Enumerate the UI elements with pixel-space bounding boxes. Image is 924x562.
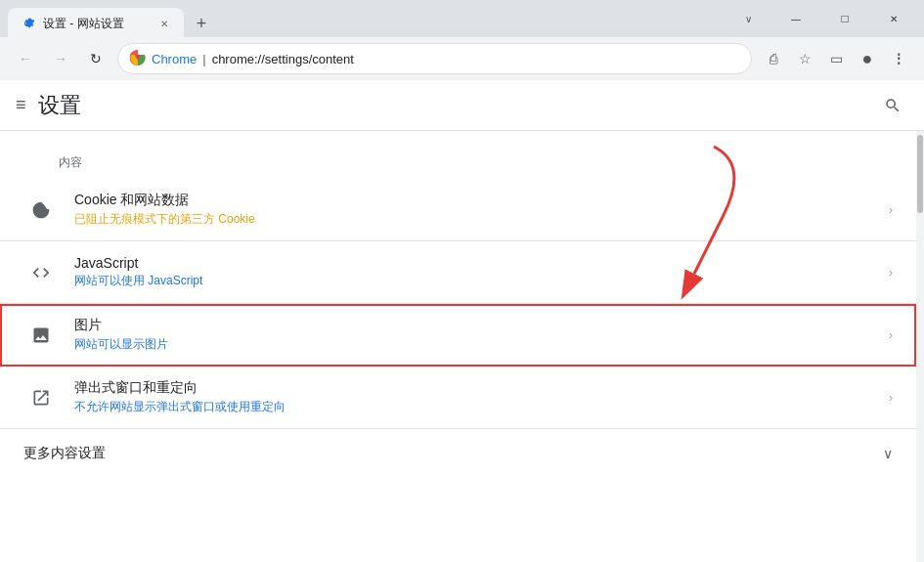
cookies-title: Cookie 和网站数据 — [74, 192, 881, 209]
popups-text: 弹出式窗口和重定向 不允许网站显示弹出式窗口或使用重定向 — [74, 379, 881, 415]
address-actions: ⎙ ☆ ▭ ● ⋮ — [760, 45, 912, 72]
settings-item-javascript[interactable]: JavaScript 网站可以使用 JavaScript › — [0, 241, 916, 304]
tab-close-button[interactable]: ✕ — [156, 16, 172, 31]
forward-button[interactable]: → — [47, 45, 74, 72]
addressbar-row: ← → ↻ Chrome | chrome://settings/content — [0, 37, 924, 80]
settings-item-popups[interactable]: 弹出式窗口和重定向 不允许网站显示弹出式窗口或使用重定向 › — [0, 367, 916, 429]
address-protocol: Chrome — [152, 52, 197, 66]
popups-icon — [23, 388, 59, 408]
javascript-arrow-icon: › — [889, 266, 893, 280]
hamburger-icon[interactable]: ≡ — [16, 95, 26, 115]
address-url: chrome://settings/content — [212, 52, 739, 66]
popups-title: 弹出式窗口和重定向 — [74, 379, 881, 397]
cookies-icon — [23, 200, 59, 220]
settings-item-cookies[interactable]: Cookie 和网站数据 已阻止无痕模式下的第三方 Cookie › — [0, 179, 916, 241]
settings-title: 设置 — [38, 91, 81, 120]
refresh-button[interactable]: ↻ — [82, 45, 110, 72]
settings-content: 内容 — [0, 131, 924, 562]
images-arrow-icon: › — [889, 328, 893, 342]
javascript-text: JavaScript 网站可以使用 JavaScript — [74, 255, 881, 289]
scrollbar[interactable] — [916, 131, 924, 562]
minimize-icon — [791, 12, 801, 25]
window-controls — [773, 3, 916, 34]
javascript-subtitle: 网站可以使用 JavaScript — [74, 273, 881, 289]
cast-button[interactable]: ▭ — [822, 45, 850, 72]
javascript-title: JavaScript — [74, 255, 881, 271]
maximize-button[interactable] — [822, 3, 867, 34]
address-separator: | — [202, 52, 205, 66]
cookies-subtitle: 已阻止无痕模式下的第三方 Cookie — [74, 211, 881, 228]
svg-point-3 — [40, 205, 42, 207]
javascript-icon — [23, 263, 59, 282]
maximize-icon — [841, 12, 848, 25]
content-section: 内容 — [0, 131, 916, 494]
menu-button[interactable]: ⋮ — [885, 45, 912, 72]
active-tab[interactable]: 设置 - 网站设置 ✕ — [8, 8, 184, 39]
bookmark-button[interactable]: ☆ — [791, 45, 818, 72]
more-settings-row[interactable]: 更多内容设置 ∨ — [0, 429, 916, 478]
search-button[interactable] — [877, 90, 908, 121]
cookies-text: Cookie 和网站数据 已阻止无痕模式下的第三方 Cookie — [74, 192, 881, 228]
settings-item-images[interactable]: 图片 网站可以显示图片 › — [0, 304, 916, 367]
back-button[interactable]: ← — [12, 45, 39, 72]
settings-body: 内容 — [0, 131, 916, 562]
section-label: 内容 — [0, 147, 916, 179]
chevron-down-icon: ∨ — [883, 446, 893, 461]
images-icon — [23, 325, 59, 345]
new-tab-button[interactable]: + — [188, 10, 215, 37]
tab-bar: 设置 - 网站设置 ✕ + — [8, 0, 734, 37]
settings-page: ≡ 设置 内容 — [0, 80, 924, 562]
share-button[interactable]: ⎙ — [760, 45, 787, 72]
images-text: 图片 网站可以显示图片 — [74, 317, 881, 353]
cookies-arrow-icon: › — [889, 203, 893, 217]
images-subtitle: 网站可以显示图片 — [74, 336, 881, 353]
popups-subtitle: 不允许网站显示弹出式窗口或使用重定向 — [74, 399, 881, 415]
address-bar[interactable]: Chrome | chrome://settings/content — [117, 43, 752, 74]
settings-header: ≡ 设置 — [0, 80, 924, 131]
svg-point-4 — [44, 210, 46, 212]
images-title: 图片 — [74, 317, 881, 334]
more-settings-label: 更多内容设置 — [23, 445, 106, 462]
chrome-logo-icon — [130, 50, 146, 68]
chevron-up-button[interactable]: ∨ — [734, 8, 762, 29]
profile-button[interactable]: ● — [854, 45, 881, 72]
tab-favicon — [20, 16, 35, 31]
close-icon — [890, 12, 898, 25]
titlebar: 设置 - 网站设置 ✕ + ∨ — [0, 0, 924, 37]
tab-title: 设置 - 网站设置 — [43, 16, 149, 32]
popups-arrow-icon: › — [889, 391, 893, 405]
main-content: ≡ 设置 内容 — [0, 80, 924, 562]
minimize-button[interactable] — [773, 3, 818, 34]
svg-point-2 — [37, 210, 40, 213]
scrollbar-thumb[interactable] — [917, 135, 923, 213]
close-button[interactable] — [871, 3, 916, 34]
